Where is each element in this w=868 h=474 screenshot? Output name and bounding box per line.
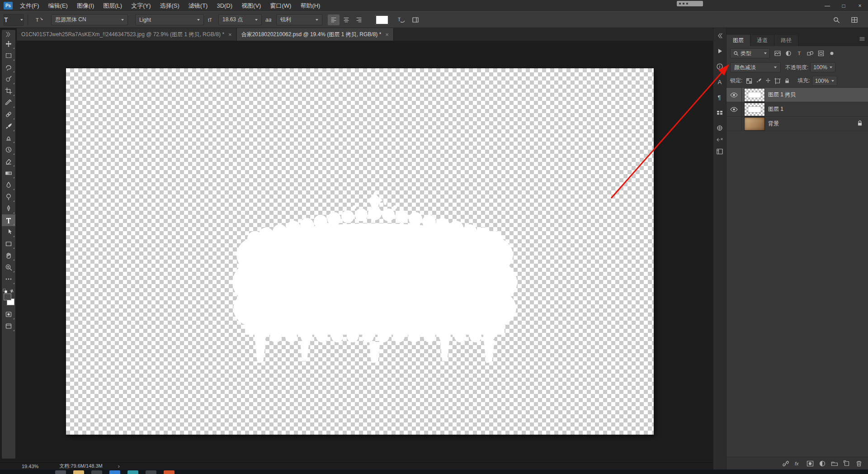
layer-filter-select[interactable]: 类型: [730, 48, 770, 58]
character-panel-icon[interactable]: A: [713, 74, 726, 90]
visibility-eye-icon[interactable]: [726, 88, 742, 102]
layer-style-icon[interactable]: fx: [793, 459, 802, 468]
pen-tool[interactable]: [2, 203, 15, 214]
toggle-panels-icon[interactable]: [410, 14, 421, 25]
lasso-tool[interactable]: [2, 62, 15, 73]
maximize-button[interactable]: □: [835, 0, 852, 11]
layer-row[interactable]: 背景: [726, 117, 868, 131]
filter-smart-objects-icon[interactable]: [816, 48, 826, 58]
anti-alias-select[interactable]: 锐利: [276, 14, 322, 25]
lock-image-pixels-icon[interactable]: [755, 76, 763, 85]
move-tool[interactable]: [2, 38, 15, 50]
document-tab[interactable]: 合家2018020210062.psd @ 19.4% (图层 1 拷贝, RG…: [237, 28, 394, 41]
crop-tool[interactable]: [2, 85, 15, 97]
layer-thumbnail[interactable]: [745, 103, 764, 116]
clone-source-panel-icon[interactable]: [713, 120, 726, 136]
status-menu-arrow[interactable]: ›: [118, 463, 120, 469]
healing-brush-tool[interactable]: [2, 109, 15, 120]
paragraph-panel-icon[interactable]: ¶: [713, 90, 726, 105]
blur-tool[interactable]: [2, 179, 15, 191]
lock-artboard-icon[interactable]: [774, 76, 782, 85]
layer-row[interactable]: 图层 1: [726, 102, 868, 117]
panel-tab[interactable]: 路径: [774, 35, 798, 46]
menu-item[interactable]: 视图(V): [237, 0, 265, 11]
menu-item[interactable]: 窗口(W): [265, 0, 296, 11]
quick-mask-button[interactable]: [2, 308, 15, 320]
zoom-tool[interactable]: [2, 261, 15, 273]
layer-row[interactable]: 图层 1 拷贝: [726, 88, 868, 102]
layer-thumbnail[interactable]: [745, 89, 764, 101]
text-orientation-icon[interactable]: T: [33, 14, 45, 25]
menu-item[interactable]: 选择(S): [155, 0, 184, 11]
foreground-color-swatch[interactable]: [4, 294, 11, 300]
taskbar-app-5[interactable]: [127, 470, 138, 474]
clone-stamp-tool[interactable]: [2, 132, 15, 144]
menu-item[interactable]: 文字(Y): [127, 0, 155, 11]
visibility-eye-icon[interactable]: [726, 102, 742, 116]
menu-item[interactable]: 图层(L): [99, 0, 127, 11]
taskbar-app-3[interactable]: [91, 470, 102, 474]
expand-panels-icon[interactable]: [713, 28, 726, 43]
workspace-switcher-icon[interactable]: [849, 14, 860, 25]
menu-item[interactable]: 图像(I): [72, 0, 99, 11]
document-tab[interactable]: O1CN01STJweh25Ra7AsKEXm_!!2446347523.jpg…: [17, 28, 237, 41]
document-canvas[interactable]: [66, 68, 654, 435]
lock-transparent-pixels-icon[interactable]: [745, 76, 753, 85]
edit-toolbar-button[interactable]: [2, 273, 15, 285]
brush-tool[interactable]: [2, 120, 15, 132]
brush-settings-panel-icon[interactable]: [713, 144, 726, 159]
eraser-tool[interactable]: [2, 156, 15, 167]
dock-group-close-icon[interactable]: [713, 136, 726, 144]
align-left-icon[interactable]: [328, 14, 340, 25]
visibility-toggle-empty[interactable]: [726, 117, 742, 131]
blend-mode-select[interactable]: 颜色减淡: [730, 62, 781, 72]
opacity-field[interactable]: 100%: [810, 62, 835, 72]
panel-menu-icon[interactable]: [859, 35, 866, 44]
screen-mode-button[interactable]: [2, 320, 15, 332]
lock-position-icon[interactable]: [764, 76, 772, 85]
new-group-icon[interactable]: [830, 459, 839, 468]
zoom-level-field[interactable]: 19.43%: [22, 464, 38, 469]
search-icon[interactable]: [830, 14, 842, 25]
collapse-toolbox-icon[interactable]: [2, 30, 15, 38]
delete-layer-icon[interactable]: [854, 459, 863, 468]
menu-item[interactable]: 滤镜(T): [184, 0, 212, 11]
hand-tool[interactable]: [2, 250, 15, 261]
warp-text-icon[interactable]: T: [395, 14, 407, 25]
close-button[interactable]: ×: [852, 0, 868, 11]
new-layer-icon[interactable]: [842, 459, 851, 468]
canvas-area[interactable]: [17, 41, 713, 462]
menu-item[interactable]: 3D(D): [212, 0, 237, 11]
link-layers-icon[interactable]: [781, 459, 790, 468]
gradient-tool[interactable]: [2, 167, 15, 179]
properties-panel-icon[interactable]: [713, 43, 726, 59]
marquee-tool[interactable]: [2, 50, 15, 62]
new-adjustment-layer-icon[interactable]: [818, 459, 827, 468]
shape-tool[interactable]: [2, 238, 15, 250]
taskbar-app-2[interactable]: [73, 470, 84, 474]
type-tool[interactable]: [2, 214, 15, 226]
font-style-select[interactable]: Light: [135, 14, 204, 25]
eyedropper-tool[interactable]: [2, 97, 15, 109]
menu-item[interactable]: 编辑(E): [44, 0, 72, 11]
tool-preset-picker[interactable]: T: [4, 14, 24, 26]
lock-all-icon[interactable]: [783, 76, 791, 85]
align-center-icon[interactable]: [340, 14, 352, 25]
font-family-select[interactable]: 思源黑体 CN: [51, 14, 128, 25]
quick-selection-tool[interactable]: [2, 73, 15, 85]
fill-field[interactable]: 100%: [812, 76, 837, 86]
filter-shape-layers-icon[interactable]: [805, 48, 815, 58]
layer-thumbnail[interactable]: [745, 118, 764, 130]
dodge-tool[interactable]: [2, 191, 15, 203]
filter-adjustment-layers-icon[interactable]: [783, 48, 793, 58]
add-layer-mask-icon[interactable]: [806, 459, 815, 468]
menu-item[interactable]: 文件(F): [15, 0, 44, 11]
panel-tab[interactable]: 图层: [726, 35, 750, 46]
taskbar-app-4[interactable]: [109, 470, 120, 474]
tab-close-icon[interactable]: ×: [385, 31, 389, 38]
taskbar-app-7[interactable]: [164, 470, 175, 474]
filter-type-layers-icon[interactable]: T: [794, 48, 804, 58]
minimize-button[interactable]: —: [819, 0, 835, 11]
taskbar-app-6[interactable]: [146, 470, 156, 474]
align-right-icon[interactable]: [353, 14, 365, 25]
